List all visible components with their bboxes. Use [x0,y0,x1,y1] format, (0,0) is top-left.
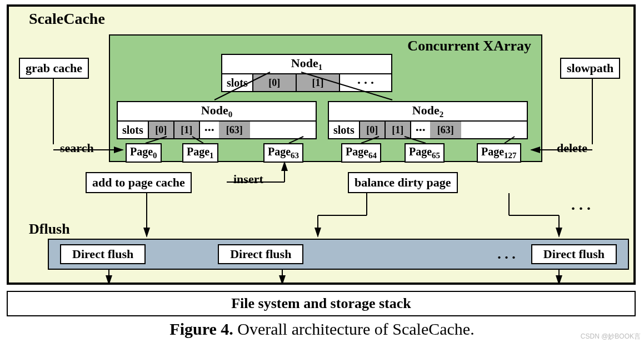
node1-slots-label: slots [222,74,253,91]
direct-flush-n: Direct flush [531,244,617,264]
dflush-title: Dflush [29,221,70,238]
add-to-page-cache-box: add to page cache [86,172,192,193]
page0-box: Page0 [126,143,162,163]
node1-title: Node1 [222,55,391,73]
big-dots-label: · · · [571,200,591,218]
node0-box: Node0 slots [0] [1] ··· [63] [117,101,317,139]
node1-box: Node1 slots [0] [1] · · · [221,54,392,92]
node0-slots-label: slots [118,122,149,138]
node0-slot-1: [1] [174,122,200,138]
scalecache-title: ScaleCache [29,10,105,28]
page63-box: Page63 [263,143,303,163]
dflush-band: Direct flush Direct flush . . . Direct f… [48,239,629,270]
node0-slot-dots: ··· [200,122,219,138]
balance-dirty-page-box: balance dirty page [348,172,458,193]
page65-box: Page65 [405,143,445,163]
node1-slot-dots: · · · [340,74,391,91]
direct-flush-2: Direct flush [218,244,303,264]
node2-box: Node2 slots [0] [1] ··· [63] [328,101,528,139]
node2-slot-0: [0] [360,122,386,138]
watermark: CSDN @妙BOOK言 [581,332,641,341]
page64-box: Page64 [341,143,381,163]
node2-slot-dots: ··· [411,122,430,138]
delete-label: delete [557,141,587,155]
concurrent-xarray-title: Concurrent XArray [407,38,531,54]
direct-flush-dots: . . . [493,246,520,263]
node2-slot-63: [63] [430,122,461,138]
node2-slot-1: [1] [386,122,411,138]
concurrent-xarray-box: Concurrent XArray Node1 slots [0] [1] · … [109,34,542,162]
node2-slots-label: slots [329,122,360,138]
node1-slot-0: [0] [253,74,297,91]
scalecache-container: ScaleCache Concurrent XArray Node1 slots… [7,4,636,285]
figure-caption: Figure 4. Overall architecture of ScaleC… [0,320,644,339]
insert-label: insert [233,172,263,186]
node1-slot-1: [1] [297,74,340,91]
node0-slot-0: [0] [149,122,174,138]
node2-title: Node2 [329,102,527,120]
page1-box: Page1 [182,143,218,163]
direct-flush-1: Direct flush [60,244,146,264]
grab-cache-box: grab cache [19,58,89,79]
slowpath-box: slowpath [560,58,620,79]
search-label: search [60,141,94,155]
node0-slot-63: [63] [219,122,250,138]
filesystem-box: File system and storage stack [7,291,636,316]
page127-box: Page127 [477,143,521,163]
node0-title: Node0 [118,102,316,120]
